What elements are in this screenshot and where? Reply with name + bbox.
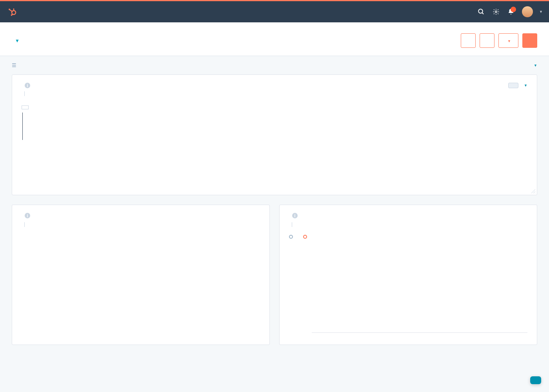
card-title: i <box>22 83 30 88</box>
svg-point-6 <box>11 15 12 15</box>
header-buttons: ▼ <box>461 33 537 48</box>
filter-bar: ☰ ▼ <box>0 56 549 74</box>
search-icon[interactable] <box>477 8 485 16</box>
set-quotas-button[interactable] <box>508 83 518 88</box>
svg-line-8 <box>482 13 484 14</box>
main-navbar: ▼ <box>0 1 549 22</box>
dashboard-title-dropdown[interactable]: ▼ <box>12 38 20 44</box>
notifications-bell-icon[interactable] <box>507 8 515 16</box>
resize-handle-icon[interactable] <box>531 189 536 194</box>
svg-line-12 <box>535 193 535 193</box>
share-button[interactable]: ▼ <box>498 33 518 48</box>
filter-icon: ☰ <box>12 62 16 68</box>
filter-dashboard-link[interactable]: ☰ <box>12 62 20 68</box>
dashboard-row-2: i | i | <box>0 205 549 354</box>
card-actions-menu[interactable]: ▼ <box>522 83 527 87</box>
hubspot-logo-icon[interactable] <box>6 6 17 17</box>
card-title: i <box>289 213 527 218</box>
card-meta: | <box>22 221 260 227</box>
legend-item[interactable] <box>303 235 309 239</box>
forecast-chart <box>22 113 527 163</box>
card-title: i <box>22 213 260 218</box>
info-icon[interactable]: i <box>25 213 30 218</box>
chevron-down-icon: ▼ <box>507 39 511 43</box>
export-button[interactable] <box>480 33 494 48</box>
card-meta: | <box>289 221 527 227</box>
svg-line-10 <box>531 189 535 193</box>
stage-table-header <box>22 235 260 241</box>
info-icon[interactable]: i <box>25 83 30 88</box>
avatar <box>522 6 533 17</box>
notification-badge <box>511 7 516 12</box>
legend-swatch-icon <box>289 235 293 239</box>
deal-forecast-card: i ▼ | <box>12 74 537 195</box>
filter-right: ▼ <box>526 64 537 67</box>
quota-marker <box>22 105 29 109</box>
svg-point-4 <box>13 9 15 10</box>
chevron-down-icon: ▼ <box>15 38 20 44</box>
y-axis-ticks <box>289 243 311 327</box>
page-header: ▼ ▼ <box>0 22 549 56</box>
dashboard-actions-menu[interactable]: ▼ <box>532 64 537 67</box>
nav-right: ▼ <box>477 6 543 17</box>
line-chart <box>289 243 527 334</box>
nav-left <box>6 6 24 17</box>
legend-item[interactable] <box>289 235 295 239</box>
settings-gear-icon[interactable] <box>492 8 500 16</box>
chart-legend <box>289 235 527 239</box>
create-dashboard-button[interactable] <box>461 33 476 48</box>
add-report-button[interactable] <box>522 33 537 48</box>
x-axis-ticks <box>289 333 527 334</box>
deals-closed-vs-goal-card: i | <box>279 205 537 345</box>
card-meta: | <box>22 91 527 96</box>
svg-point-7 <box>478 9 483 13</box>
chevron-down-icon: ▼ <box>524 83 527 87</box>
legend-swatch-icon <box>303 235 307 239</box>
stage-report-card: i | <box>12 205 270 345</box>
chevron-down-icon: ▼ <box>534 64 537 67</box>
plot-area <box>312 243 527 333</box>
chevron-down-icon: ▼ <box>539 10 543 14</box>
svg-point-9 <box>495 11 497 13</box>
info-icon[interactable]: i <box>292 213 298 218</box>
account-menu[interactable]: ▼ <box>522 6 543 17</box>
